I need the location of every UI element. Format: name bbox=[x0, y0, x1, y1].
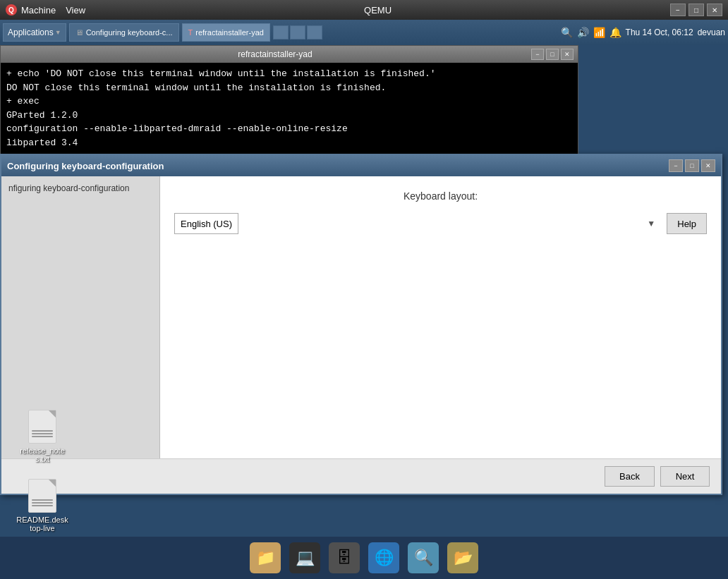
terminal-line-2: DO NOT close this terminal window until … bbox=[6, 81, 572, 95]
terminal-body: + echo 'DO NOT close this terminal windo… bbox=[1, 63, 578, 154]
maximize-button[interactable]: □ bbox=[688, 4, 704, 16]
readme-file-icon bbox=[28, 479, 56, 513]
taskbar-tab-keyboard[interactable]: 🖥 Configuring keyboard-c... bbox=[69, 23, 179, 42]
view-menu[interactable]: View bbox=[66, 5, 85, 16]
title-bar-left: Q Machine View bbox=[6, 4, 85, 16]
title-bar-controls: − □ ✕ bbox=[670, 4, 722, 16]
folder-icon: 📂 bbox=[447, 542, 478, 573]
notification-icon[interactable]: 🔔 bbox=[609, 27, 621, 38]
search-dock-icon: 🔍 bbox=[408, 542, 439, 573]
title-bar: Q Machine View QEMU − □ ✕ bbox=[0, 0, 728, 20]
terminal-icon: 💻 bbox=[289, 542, 320, 573]
terminal-line-3: + exec bbox=[6, 95, 572, 109]
terminal-close[interactable]: ✕ bbox=[561, 49, 574, 60]
dock-item-folder[interactable]: 📂 bbox=[444, 540, 481, 576]
volume-icon[interactable]: 🔊 bbox=[577, 27, 589, 38]
select-arrow-icon: ▼ bbox=[647, 219, 655, 228]
next-button[interactable]: Next bbox=[660, 466, 710, 487]
dock-item-terminal[interactable]: 💻 bbox=[286, 540, 323, 576]
desktop-icon-release-notes[interactable]: release_notes.txt bbox=[14, 406, 71, 468]
terminal-window: refractainstaller-yad − □ ✕ + echo 'DO N… bbox=[0, 45, 578, 154]
dock-item-storage[interactable]: 🗄 bbox=[326, 540, 363, 576]
tab-installer-label: refractainstaller-yad bbox=[195, 28, 264, 37]
browser-icon: 🌐 bbox=[368, 542, 399, 573]
release-notes-file-icon bbox=[28, 410, 56, 444]
terminal-line-1: + echo 'DO NOT close this terminal windo… bbox=[6, 67, 572, 81]
terminal-controls: − □ ✕ bbox=[531, 49, 574, 60]
close-button[interactable]: ✕ bbox=[707, 4, 722, 16]
terminal-titlebar: refractainstaller-yad − □ ✕ bbox=[1, 46, 578, 63]
taskbar-right: 🔍 🔊 📶 🔔 Thu 14 Oct, 06:12 devuan bbox=[561, 27, 725, 38]
terminal-title: refractainstaller-yad bbox=[19, 49, 531, 59]
dialog-content: Keyboard layout: English (US) English (U… bbox=[160, 176, 721, 458]
dialog-sidebar-label: nfiguring keyboard-configuration bbox=[8, 183, 129, 193]
keyboard-select-row: English (US) English (UK) French German … bbox=[174, 213, 707, 234]
files-icon: 📁 bbox=[250, 542, 281, 573]
readme-file-icon-lines bbox=[32, 499, 53, 508]
keyboard-layout-select[interactable]: English (US) English (UK) French German … bbox=[174, 213, 238, 234]
desktop-icons: release_notes.txt README.desktop-live bbox=[14, 406, 71, 537]
storage-icon: 🗄 bbox=[329, 542, 360, 573]
tab-keyboard-label: Configuring keyboard-c... bbox=[86, 28, 173, 37]
dock-item-browser[interactable]: 🌐 bbox=[365, 540, 402, 576]
network-icon[interactable]: 📶 bbox=[593, 27, 605, 38]
username: devuan bbox=[698, 28, 725, 37]
file-icon-lines bbox=[32, 430, 53, 439]
dialog-close[interactable]: ✕ bbox=[701, 159, 715, 172]
keyboard-layout-label: Keyboard layout: bbox=[174, 190, 707, 202]
taskbar: Applications ▼ 🖥 Configuring keyboard-c.… bbox=[0, 20, 728, 45]
dialog-minimize[interactable]: − bbox=[669, 159, 683, 172]
dialog-body: nfiguring keyboard-configuration Keyboar… bbox=[1, 176, 721, 458]
keyboard-config-dialog: Configuring keyboard-configuration − □ ✕… bbox=[0, 154, 722, 495]
help-button[interactable]: Help bbox=[667, 213, 707, 234]
qemu-icon: Q bbox=[6, 4, 17, 16]
taskbar-tab-installer[interactable]: T refractainstaller-yad bbox=[182, 23, 270, 42]
datetime: Thu 14 Oct, 06:12 bbox=[626, 28, 693, 37]
dock: 📁 💻 🗄 🌐 🔍 📂 bbox=[0, 537, 728, 579]
terminal-line-6: libparted 3.4 bbox=[6, 136, 572, 150]
dialog-controls: − □ ✕ bbox=[669, 159, 715, 172]
dialog-footer: Back Next bbox=[1, 458, 721, 494]
dock-item-files[interactable]: 📁 bbox=[247, 540, 284, 576]
readme-label: README.desktop-live bbox=[16, 516, 68, 532]
dialog-titlebar: Configuring keyboard-configuration − □ ✕ bbox=[1, 155, 721, 176]
dock-item-search[interactable]: 🔍 bbox=[405, 540, 442, 576]
terminal-line-4: GParted 1.2.0 bbox=[6, 109, 572, 123]
applications-label: Applications bbox=[8, 28, 54, 37]
release-notes-icon bbox=[25, 410, 59, 444]
title-bar-title: QEMU bbox=[85, 5, 670, 16]
readme-icon bbox=[25, 479, 59, 513]
applications-menu[interactable]: Applications ▼ bbox=[3, 23, 66, 42]
search-icon[interactable]: 🔍 bbox=[561, 27, 573, 38]
desktop-icon-readme[interactable]: README.desktop-live bbox=[14, 475, 71, 537]
dialog-maximize[interactable]: □ bbox=[685, 159, 699, 172]
terminal-minimize[interactable]: − bbox=[531, 49, 544, 60]
minimize-button[interactable]: − bbox=[670, 4, 686, 16]
machine-menu[interactable]: Machine bbox=[21, 5, 56, 16]
terminal-line-5: configuration --enable-libparted-dmraid … bbox=[6, 122, 572, 136]
terminal-maximize[interactable]: □ bbox=[546, 49, 559, 60]
keyboard-select-wrapper: English (US) English (UK) French German … bbox=[174, 213, 661, 234]
release-notes-label: release_notes.txt bbox=[20, 446, 65, 463]
dialog-title: Configuring keyboard-configuration bbox=[7, 161, 164, 171]
taskbar-separator bbox=[273, 25, 322, 39]
back-button[interactable]: Back bbox=[605, 466, 655, 487]
